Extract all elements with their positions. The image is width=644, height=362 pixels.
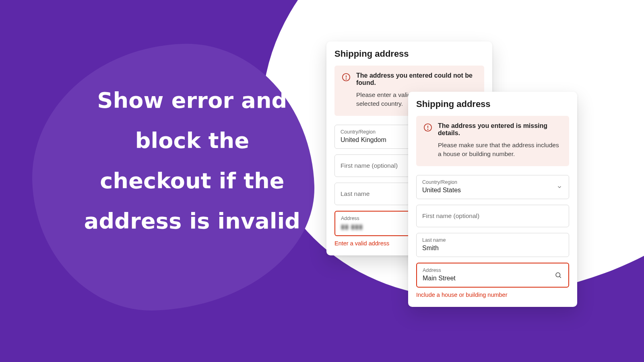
country-region-value: United Kingdom [341,136,386,143]
last-name-field[interactable]: Last name Smith [416,233,569,257]
address-error-text: Include a house or building number [416,292,569,298]
hero-headline: Show error and block the checkout if the… [83,80,302,241]
alert-title: The address you entered could not be fou… [356,72,477,86]
shipping-card-missing-details: Shipping address The address you entered… [408,92,577,307]
country-region-field[interactable]: Country/Region United States [416,175,569,199]
first-name-placeholder: First name (optional) [422,212,479,219]
svg-point-2 [346,79,346,79]
address-label: Address [423,267,563,273]
alert-icon [342,72,351,109]
first-name-field[interactable]: First name (optional) [416,205,569,227]
promo-stage: Show error and block the checkout if the… [0,0,644,362]
card-title: Shipping address [416,99,569,109]
first-name-placeholder: First name (optional) [341,162,398,169]
country-region-value: United States [422,187,461,193]
svg-point-5 [427,129,428,130]
alert-title: The address you entered is missing detai… [438,122,562,137]
chevron-down-icon [557,184,562,190]
card-title: Shipping address [334,49,484,59]
address-blurred-value: ▮▮ ▮▮▮ [341,223,363,230]
last-name-placeholder: Last name [341,190,369,197]
svg-point-6 [556,273,560,277]
last-name-label: Last name [422,237,563,243]
country-region-label: Country/Region [422,179,563,185]
alert-banner: The address you entered is missing detai… [416,116,569,166]
alert-body: The address you entered is missing detai… [438,122,562,159]
search-icon[interactable] [555,272,562,279]
svg-line-7 [559,276,561,278]
address-value: Main Street [423,275,456,282]
alert-message: Please make sure that the address includ… [438,141,562,159]
address-field[interactable]: Address Main Street [416,263,569,288]
alert-icon [423,122,432,159]
last-name-value: Smith [422,245,439,251]
